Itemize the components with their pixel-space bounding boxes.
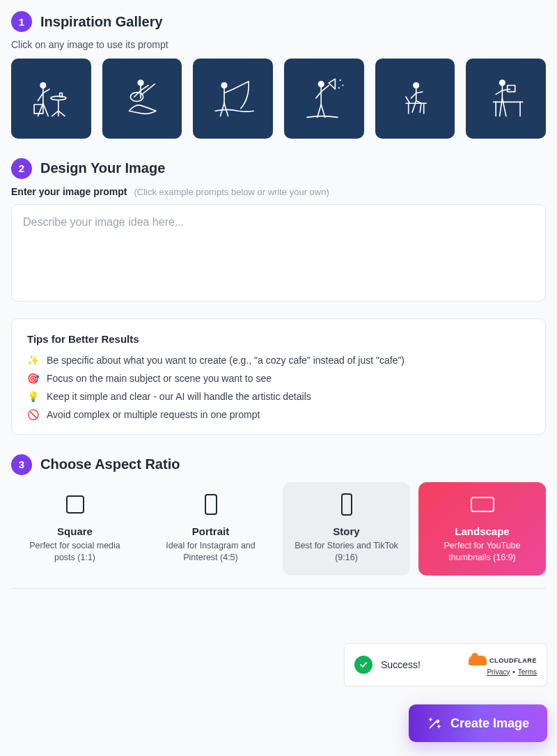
svg-line-3 [38, 93, 43, 101]
ratio-option-portrait[interactable]: Portrait Ideal for Instagram and Pintere… [147, 482, 274, 576]
svg-point-30 [340, 80, 341, 82]
svg-line-9 [52, 111, 58, 116]
svg-line-23 [233, 82, 249, 89]
gallery-card-guitar[interactable] [102, 59, 182, 139]
ratio-name: Story [290, 525, 403, 537]
svg-point-18 [221, 82, 227, 88]
gallery-card-bench[interactable] [375, 59, 455, 139]
gallery-card-fishing[interactable] [193, 59, 273, 139]
target-icon: 🎯 [27, 373, 40, 384]
gallery-card-megaphone[interactable] [284, 59, 364, 139]
svg-point-44 [499, 80, 505, 86]
aspect-ratio-options: Square Perfect for social media posts (1… [11, 482, 546, 576]
svg-line-15 [134, 91, 141, 97]
landscape-icon [471, 497, 494, 512]
prompt-input[interactable] [11, 204, 546, 302]
create-image-label: Create Image [450, 716, 529, 731]
tip-row: 🚫 Avoid complex or multiple requests in … [27, 409, 530, 420]
ratio-name: Portrait [154, 525, 267, 537]
inspiration-gallery-row [11, 59, 546, 139]
prompt-label: Enter your image prompt [11, 186, 127, 197]
svg-rect-11 [60, 93, 63, 98]
svg-line-47 [496, 91, 502, 95]
gallery-card-coffee-table[interactable] [11, 59, 91, 139]
stick-figure-reading-icon [474, 66, 538, 130]
ratio-option-story[interactable]: Story Best for Stories and TikTok (9:16) [283, 482, 410, 576]
svg-line-53 [502, 98, 506, 116]
success-check-icon [354, 656, 372, 674]
story-icon [341, 493, 352, 516]
divider [11, 588, 546, 589]
svg-line-52 [500, 98, 503, 116]
tips-title: Tips for Better Results [27, 333, 530, 345]
step-badge-2: 2 [11, 158, 32, 179]
svg-point-0 [40, 82, 47, 88]
svg-line-43 [406, 98, 410, 104]
dot-separator: • [512, 668, 515, 676]
svg-line-10 [58, 111, 65, 116]
svg-line-5 [43, 104, 48, 116]
svg-point-12 [138, 80, 144, 86]
ratio-desc: Perfect for social media posts (1:1) [18, 540, 132, 564]
stick-figure-bench-icon [383, 66, 447, 130]
cloudflare-privacy-link[interactable]: Privacy [487, 668, 510, 676]
tip-text: Avoid complex or multiple requests in on… [47, 409, 260, 420]
svg-point-31 [343, 85, 344, 86]
section-title-ratio: Choose Aspect Ratio [40, 456, 180, 472]
svg-line-20 [224, 89, 233, 93]
step-badge-3: 3 [11, 454, 32, 475]
stick-figure-guitar-icon [110, 66, 174, 130]
svg-line-35 [416, 92, 423, 93]
ratio-desc: Perfect for YouTube thumbnails (16:9) [425, 540, 539, 564]
portrait-icon [205, 494, 217, 515]
tip-text: Focus on the main subject or scene you w… [47, 373, 272, 384]
tip-text: Be specific about what you want to creat… [47, 355, 405, 366]
cloudflare-logo: CLOUDFLARE [469, 654, 537, 667]
section-title-inspiration: Inspiration Gallery [40, 14, 163, 30]
stick-figure-megaphone-icon [292, 66, 356, 130]
ratio-name: Landscape [425, 525, 539, 537]
create-image-button[interactable]: Create Image [409, 704, 547, 742]
cloudflare-turnstile-widget: Success! CLOUDFLARE Privacy•Terms [344, 643, 547, 686]
svg-line-37 [412, 101, 416, 113]
tip-row: 🎯 Focus on the main subject or scene you… [27, 373, 530, 384]
cloudflare-status-text: Success! [381, 659, 460, 670]
inspiration-subhead: Click on any image to use its prompt [11, 39, 546, 50]
stick-figure-fishing-icon [201, 66, 265, 130]
svg-line-4 [38, 104, 43, 116]
square-icon [66, 495, 84, 514]
svg-point-33 [413, 82, 419, 88]
section-inspiration-gallery: 1 Inspiration Gallery Click on any image… [11, 11, 546, 139]
svg-line-46 [502, 89, 510, 91]
svg-line-36 [411, 93, 416, 98]
tip-row: 💡 Keep it simple and clear - our AI will… [27, 391, 530, 402]
ratio-desc: Best for Stories and TikTok (9:16) [290, 540, 403, 564]
svg-point-24 [318, 82, 324, 88]
svg-line-2 [43, 89, 49, 93]
cloudflare-terms-link[interactable]: Terms [518, 668, 537, 676]
svg-line-29 [322, 105, 326, 118]
cloudflare-brand-text: CLOUDFLARE [489, 657, 537, 664]
svg-line-27 [316, 92, 321, 98]
svg-point-32 [338, 88, 340, 89]
svg-line-28 [317, 105, 322, 118]
gallery-card-reading-desk[interactable] [466, 59, 546, 139]
sparkle-icon: ✨ [27, 355, 40, 366]
ratio-option-square[interactable]: Square Perfect for social media posts (1… [11, 482, 139, 576]
section-aspect-ratio: 3 Choose Aspect Ratio Square Perfect for… [11, 454, 546, 576]
ratio-name: Square [18, 525, 132, 537]
ratio-option-landscape[interactable]: Landscape Perfect for YouTube thumbnails… [418, 482, 546, 576]
tips-card: Tips for Better Results ✨ Be specific ab… [11, 318, 546, 435]
magic-wand-icon [427, 716, 442, 731]
stick-figure-coffee-icon [19, 66, 83, 130]
section-design-image: 2 Design Your Image Enter your image pro… [11, 158, 546, 435]
section-title-design: Design Your Image [40, 160, 165, 176]
svg-line-39 [420, 104, 421, 113]
svg-rect-48 [508, 86, 515, 92]
tip-row: ✨ Be specific about what you want to cre… [27, 355, 530, 366]
bulb-icon: 💡 [27, 391, 40, 402]
prompt-hint: (Click example prompts below or write yo… [134, 187, 329, 197]
ratio-desc: Ideal for Instagram and Pinterest (4:5) [154, 540, 267, 564]
no-entry-icon: 🚫 [27, 409, 40, 420]
cloudflare-cloud-icon [469, 656, 487, 665]
